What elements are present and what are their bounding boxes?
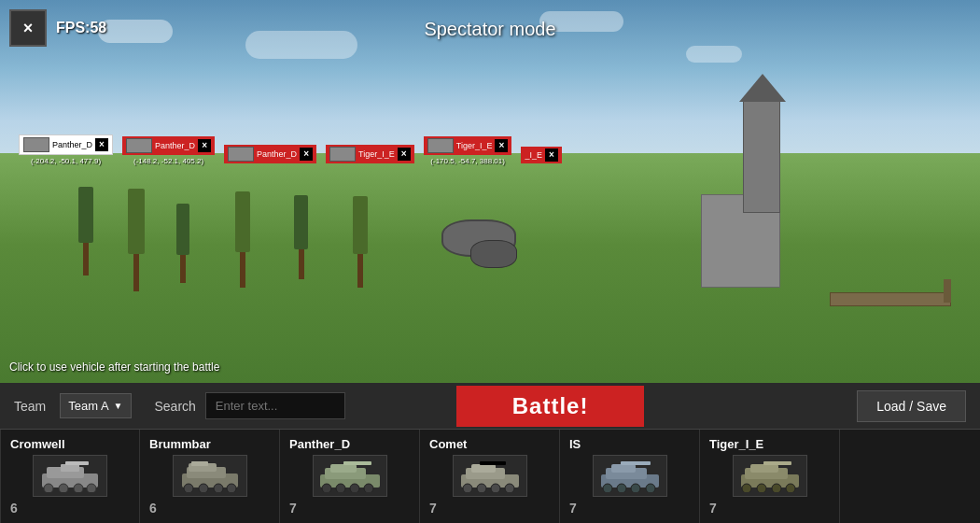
marker-close[interactable]: ×	[95, 138, 108, 151]
svg-rect-43	[763, 461, 791, 465]
svg-point-30	[491, 484, 500, 492]
close-icon: ×	[23, 19, 34, 38]
svg-point-31	[505, 484, 514, 492]
rock	[470, 240, 517, 268]
vehicle-icon	[593, 455, 667, 497]
svg-point-7	[87, 484, 96, 492]
marker-tag: _I_E ×	[521, 147, 562, 163]
tank-image	[597, 459, 663, 492]
team-label: Team	[14, 399, 46, 414]
vehicle-slot-comet[interactable]: Comet 7	[420, 430, 560, 523]
marker-name: Panther_D	[52, 140, 92, 149]
close-button[interactable]: ×	[9, 9, 47, 47]
svg-point-21	[336, 484, 345, 492]
marker-name: _I_E	[525, 150, 542, 160]
svg-point-13	[199, 484, 208, 492]
marker-tag: Panther_D ×	[224, 145, 316, 163]
tank-image	[737, 459, 803, 492]
vehicle-name: Panther_D	[289, 437, 350, 451]
marker-coords: (-204.2, -50.1, 477.9)	[31, 157, 101, 165]
vehicle-slot-cromwell[interactable]: Cromwell 6	[0, 430, 140, 523]
svg-point-39	[646, 484, 655, 492]
marker-close[interactable]: ×	[545, 148, 558, 162]
vehicle-icon	[733, 455, 807, 497]
tree	[176, 204, 189, 283]
ground-bg	[0, 153, 980, 383]
vehicle-list: Cromwell 6 Brummbar	[0, 430, 980, 523]
vehicle-tier: 7	[429, 501, 437, 516]
svg-rect-2	[61, 464, 79, 472]
svg-point-6	[74, 484, 83, 492]
vehicle-name: Cromwell	[10, 437, 65, 451]
search-label: Search	[155, 399, 196, 414]
vehicle-name: Tiger_I_E	[709, 437, 763, 451]
svg-rect-27	[480, 461, 506, 465]
svg-point-46	[772, 484, 781, 492]
svg-rect-35	[621, 461, 651, 465]
vehicle-slot-is[interactable]: IS 7	[560, 430, 700, 523]
chevron-down-icon: ▼	[114, 401, 123, 411]
tank-thumbnail	[427, 138, 454, 153]
vehicle-marker: Panther_D ×	[224, 145, 316, 165]
vehicle-marker: Panther_D × (-148.2, -52.1, 405.2)	[122, 136, 215, 165]
tank-image	[317, 459, 383, 492]
svg-point-47	[786, 484, 795, 492]
svg-rect-18	[330, 464, 357, 473]
load-save-button[interactable]: Load / Save	[857, 390, 966, 422]
svg-point-15	[227, 484, 236, 492]
vehicle-icon	[453, 455, 527, 497]
vehicle-marker: Panther_D × (-204.2, -50.1, 477.9)	[19, 134, 113, 165]
svg-rect-19	[343, 461, 371, 465]
marker-tag: Panther_D ×	[122, 136, 215, 155]
vehicle-marker: Tiger_I_E × (-170.5, -54.7, 388.01)	[424, 136, 512, 165]
svg-point-5	[59, 484, 68, 492]
vehicle-marker: _I_E ×	[521, 147, 562, 165]
svg-point-38	[631, 484, 640, 492]
top-left-ui: × FPS:58	[9, 9, 106, 47]
marker-close[interactable]: ×	[300, 148, 313, 161]
marker-name: Panther_D	[257, 149, 297, 159]
marker-tag: Tiger_I_E ×	[326, 145, 414, 163]
svg-rect-42	[750, 464, 778, 473]
svg-point-37	[617, 484, 626, 492]
vehicle-name: IS	[569, 437, 581, 451]
team-select[interactable]: Team A ▼	[60, 393, 131, 418]
search-input[interactable]	[205, 392, 345, 419]
vehicle-icon	[173, 455, 247, 497]
battle-button[interactable]: Battle!	[456, 386, 645, 427]
game-viewport: × FPS:58 Spectator mode Panther_D × (-20…	[0, 0, 980, 383]
team-value: Team A	[68, 399, 108, 413]
marker-close[interactable]: ×	[198, 139, 211, 152]
cloud	[245, 31, 357, 59]
spectator-mode-title: Spectator mode	[424, 19, 555, 40]
cloud	[98, 20, 173, 43]
svg-point-29	[477, 484, 486, 492]
tank-thumbnail	[126, 138, 152, 153]
vehicle-name: Comet	[429, 437, 467, 451]
svg-rect-11	[191, 461, 208, 466]
bridge-post	[944, 279, 951, 303]
vehicle-slot-brummbar[interactable]: Brummbar 6	[140, 430, 280, 523]
tank-thumbnail	[23, 137, 49, 152]
click-hint: Click to use vehicle after starting the …	[9, 360, 219, 374]
tree	[294, 195, 308, 279]
marker-name: Tiger_I_E	[456, 141, 493, 150]
tree	[235, 191, 250, 288]
tree	[353, 196, 368, 288]
svg-point-22	[350, 484, 359, 492]
svg-point-4	[44, 484, 53, 492]
vehicle-slot-tiger[interactable]: Tiger_I_E 7	[700, 430, 840, 523]
cloud	[686, 46, 742, 63]
vehicle-tier: 6	[149, 501, 157, 516]
vehicle-icon	[313, 455, 387, 497]
tank-image	[37, 459, 103, 492]
marker-coords: (-170.5, -54.7, 388.01)	[430, 157, 505, 165]
marker-close[interactable]: ×	[398, 148, 411, 161]
vehicle-tier: 7	[709, 501, 717, 516]
vehicle-slot-panther-d[interactable]: Panther_D 7	[280, 430, 420, 523]
svg-point-20	[322, 484, 331, 492]
marker-close[interactable]: ×	[495, 139, 508, 152]
tree	[128, 189, 145, 291]
svg-point-12	[184, 484, 193, 492]
tank-image	[177, 459, 243, 492]
